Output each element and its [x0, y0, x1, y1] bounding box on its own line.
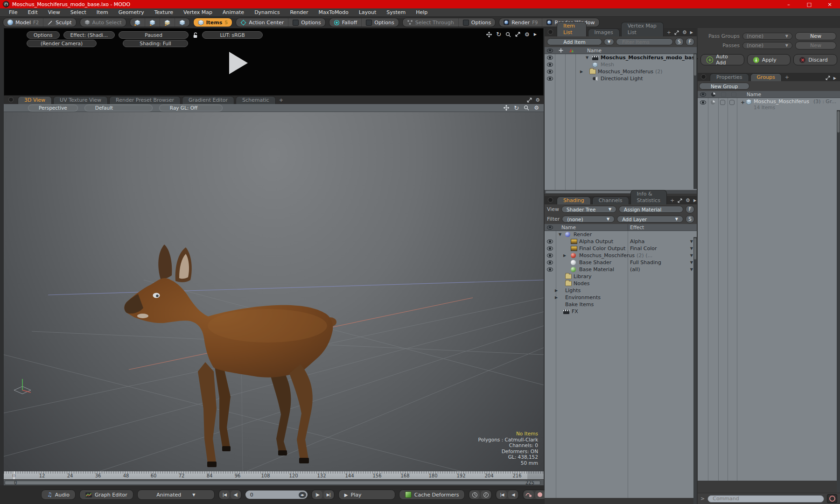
new-pass-button[interactable]: New — [795, 42, 836, 49]
select-vertices-button[interactable] — [130, 18, 145, 27]
shader-row-nodes[interactable]: Nodes — [545, 280, 697, 287]
menu-system[interactable]: System — [381, 8, 411, 16]
title-bar[interactable]: Moschus_Moschiferus_modo_base.lxo - MODO… — [0, 0, 840, 8]
new-pass-group-button[interactable]: New — [795, 32, 836, 40]
playhead[interactable] — [14, 471, 14, 479]
animated-dropdown[interactable]: Animated ▼ — [137, 490, 215, 500]
tab-vertex-map-list[interactable]: Vertex Map List — [621, 22, 664, 36]
auto-select-button[interactable]: Auto Select — [80, 18, 126, 27]
tab-gradient-editor[interactable]: Gradient Editor — [182, 96, 234, 104]
effect-dropdown-icon[interactable]: ▼ — [690, 239, 693, 244]
effect-dropdown-icon[interactable]: ▼ — [690, 246, 693, 251]
expand-icon[interactable] — [674, 30, 679, 35]
visibility-eye-icon[interactable] — [547, 260, 553, 265]
expand-icon[interactable] — [515, 32, 520, 37]
shader-row-render[interactable]: ▼ Render — [545, 231, 697, 238]
expander-plus-icon[interactable]: + — [741, 99, 745, 105]
tab-info-statistics[interactable]: Info & Statistics — [630, 190, 667, 204]
3d-viewport[interactable]: No Items Polygons : Catmull-Clark Channe… — [4, 112, 544, 471]
shading-vscrollbar[interactable] — [693, 237, 697, 504]
graph-editor-button[interactable]: Graph Editor — [79, 490, 133, 500]
go-to-end-button[interactable]: ▶| — [323, 490, 334, 499]
item-row-light[interactable]: Directional Light — [545, 75, 697, 82]
tab-properties[interactable]: Properties — [710, 73, 749, 81]
close-button[interactable]: × — [819, 0, 840, 8]
frame-spinner[interactable]: ◂▸ — [299, 492, 306, 498]
shader-name[interactable]: Bake Items — [565, 301, 594, 308]
model-mode-button[interactable]: Model F2 — [3, 18, 43, 27]
groups-vscrollbar[interactable] — [837, 110, 840, 493]
add-layer-dropdown[interactable]: Add Layer▼ — [617, 216, 683, 223]
visibility-eye-icon[interactable] — [547, 77, 553, 81]
sculpt-mode-button[interactable]: Sculpt — [43, 18, 76, 27]
visibility-eye-icon[interactable] — [547, 70, 553, 74]
render-preview-viewport[interactable]: Options Effect: (Shadi... Paused LUT: sR… — [4, 28, 544, 96]
tab-groups[interactable]: Groups — [750, 73, 782, 81]
item-list-hscrollbar[interactable] — [545, 190, 697, 194]
shader-row-bake-items[interactable]: Bake Items — [545, 301, 697, 308]
zoom-icon[interactable] — [524, 105, 529, 111]
expand-icon[interactable] — [826, 76, 830, 80]
item-name[interactable]: Moschus_Moschiferus(2) — [598, 69, 663, 75]
timeline-range-bar[interactable]: 0 225 — [4, 479, 544, 485]
cache-deformers-button[interactable]: Cache Deformers — [399, 490, 465, 500]
panel-arrow-icon[interactable]: ▶ — [690, 30, 693, 35]
menu-vertex-map[interactable]: Vertex Map — [178, 8, 217, 16]
add-key-button[interactable] — [535, 490, 545, 499]
item-row-mesh[interactable]: Mesh — [545, 61, 697, 68]
shader-row-base-shader[interactable]: Base Shader Full Shading ▼ — [545, 259, 697, 266]
panel-arrow-icon[interactable]: ▶ — [534, 32, 537, 36]
shader-name[interactable]: Moschus_Moschiferus(2) (... — [579, 252, 652, 259]
shader-row-alpha-output[interactable]: Alpha Output Alpha ▼ — [545, 238, 697, 245]
add-item-button[interactable]: Add Item — [547, 38, 602, 45]
menu-item[interactable]: Item — [91, 8, 113, 16]
prev-key-button[interactable]: ◀ — [508, 490, 518, 499]
select-through-button[interactable]: Select Through — [403, 18, 459, 27]
expander-icon[interactable]: ▶ — [555, 288, 560, 293]
preview-lut-button[interactable]: LUT: sRGB — [202, 31, 263, 39]
find-button[interactable]: F — [686, 205, 694, 213]
shader-name[interactable]: Lights — [565, 287, 581, 294]
effect-value[interactable]: Final Color — [630, 245, 657, 252]
action-center-options-button[interactable]: Options — [288, 18, 325, 27]
effect-value[interactable]: Full Shading — [630, 259, 661, 266]
go-to-start-button[interactable]: |◀ — [219, 490, 230, 499]
effect-dropdown-icon[interactable]: ▼ — [690, 253, 693, 258]
shader-row-base-material[interactable]: Base Material (all) ▼ — [545, 266, 697, 273]
zoom-icon[interactable] — [505, 32, 511, 37]
discard-button[interactable]: × Discard — [793, 54, 837, 65]
menu-edit[interactable]: Edit — [22, 8, 42, 16]
select-items-mode-button[interactable] — [175, 18, 189, 27]
expand-icon[interactable] — [678, 198, 682, 203]
item-name[interactable]: Mesh — [601, 62, 614, 68]
falloff-button[interactable]: Falloff — [329, 18, 362, 27]
shader-name[interactable]: Base Material — [579, 266, 614, 273]
visibility-eye-icon[interactable] — [547, 56, 553, 60]
apply-button[interactable]: ↓ Apply — [747, 54, 791, 65]
shader-row-material-group[interactable]: ▶ Moschus_Moschiferus(2) (... ▼ — [545, 252, 697, 259]
step-forward-button[interactable]: |▶ — [312, 490, 322, 499]
audio-button[interactable]: ♫ Audio — [41, 490, 76, 500]
item-list-vscrollbar[interactable] — [693, 53, 697, 189]
group-row[interactable]: + Moschus_Moschiferus(3) : Gr... 14 Item… — [698, 98, 840, 111]
rotate-icon[interactable]: ↻ — [496, 31, 501, 38]
shader-name[interactable]: Library — [574, 273, 591, 280]
visibility-eye-icon[interactable] — [700, 100, 706, 105]
shader-row-lights[interactable]: ▶ Lights — [545, 287, 697, 294]
visibility-eye-icon[interactable] — [547, 239, 553, 244]
minimize-button[interactable]: – — [778, 0, 799, 8]
preview-shading-button[interactable]: Shading: Full — [123, 40, 188, 47]
prev-key-bracket-button[interactable]: |◀ — [497, 490, 507, 499]
menu-select[interactable]: Select — [65, 8, 91, 16]
time-marker-icon-a[interactable] — [469, 490, 480, 499]
menu-render[interactable]: Render — [285, 8, 313, 16]
tab-channels[interactable]: Channels — [592, 196, 629, 204]
action-center-button[interactable]: Action Center — [236, 18, 288, 27]
find-button[interactable]: F — [686, 38, 694, 46]
shader-name[interactable]: FX — [572, 308, 578, 315]
menu-layout[interactable]: Layout — [354, 8, 381, 16]
shader-name[interactable]: Nodes — [574, 280, 589, 287]
panel-handle-icon[interactable] — [701, 74, 706, 79]
macro-record-button[interactable] — [827, 494, 837, 503]
render-button[interactable]: Render F9 — [499, 18, 542, 27]
